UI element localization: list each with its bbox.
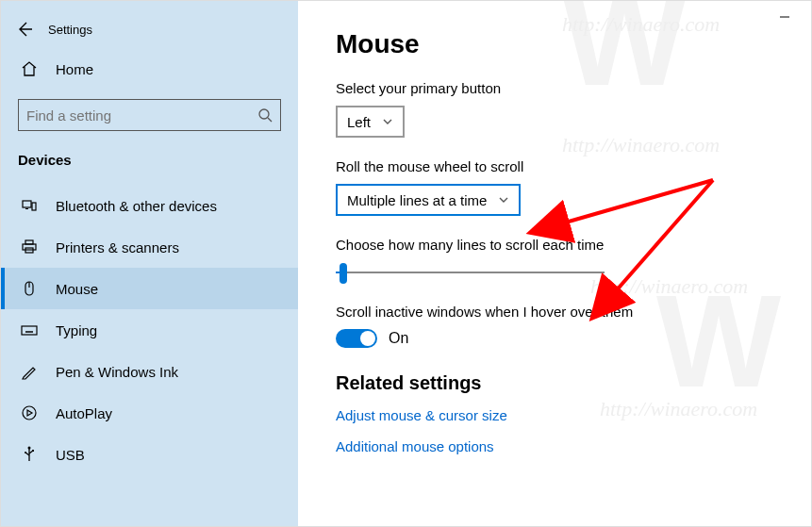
keyboard-icon [18,319,41,341]
svg-point-19 [28,447,31,450]
sidebar-item-label: AutoPlay [56,405,112,421]
usb-icon [18,443,41,466]
primary-button-dropdown[interactable]: Left [336,106,405,138]
roll-wheel-label: Roll the mouse wheel to scroll [336,158,811,174]
sidebar-item-label: Typing [56,322,97,338]
sidebar-item-pen[interactable]: Pen & Windows Ink [1,351,298,392]
pen-icon [18,360,41,383]
sidebar-item-label: Printers & scanners [56,239,179,255]
scroll-inactive-label: Scroll inactive windows when I hover ove… [336,304,811,320]
roll-wheel-value: Multiple lines at a time [347,192,487,208]
back-button[interactable] [10,15,39,43]
autoplay-icon [18,402,41,424]
link-adjust-cursor[interactable]: Adjust mouse & cursor size [336,407,811,423]
sidebar-home-label: Home [56,61,93,77]
sidebar-item-bluetooth[interactable]: Bluetooth & other devices [1,185,298,226]
toggle-knob [360,331,375,346]
sidebar-item-printers[interactable]: Printers & scanners [1,226,298,268]
svg-rect-4 [25,208,28,209]
sidebar-home[interactable]: Home [1,48,298,90]
svg-line-2 [268,118,272,122]
link-additional-options[interactable]: Additional mouse options [336,438,811,454]
svg-rect-5 [32,203,36,210]
related-heading: Related settings [336,372,811,394]
svg-rect-3 [23,201,31,207]
search-input-wrap[interactable] [18,99,281,131]
printer-icon [18,236,41,258]
sidebar-item-mouse[interactable]: Mouse [1,268,298,309]
svg-rect-7 [23,244,36,250]
mouse-icon [18,277,41,300]
devices-icon [18,194,41,217]
svg-point-1 [259,109,269,119]
svg-point-17 [23,406,36,420]
svg-point-20 [25,452,26,453]
sidebar-section-heading: Devices [1,148,298,185]
primary-button-label: Select your primary button [336,80,811,96]
sidebar-item-usb[interactable]: USB [1,434,298,475]
sidebar-item-autoplay[interactable]: AutoPlay [1,392,298,434]
slider-track [336,272,605,273]
search-input[interactable] [26,107,257,124]
content-pane: W W http://winaero.com http://winaero.co… [298,1,811,526]
svg-rect-6 [25,240,33,244]
sidebar-item-label: USB [56,447,85,463]
sidebar-item-label: Mouse [56,281,98,297]
scroll-lines-slider[interactable] [336,262,605,283]
roll-wheel-dropdown[interactable]: Multiple lines at a time [336,184,521,216]
scroll-inactive-value: On [389,330,408,347]
primary-button-value: Left [347,114,371,130]
sidebar-item-label: Pen & Windows Ink [56,364,178,380]
sidebar-item-typing[interactable]: Typing [1,309,298,351]
slider-thumb[interactable] [340,263,347,284]
scroll-inactive-toggle[interactable] [336,329,377,348]
chevron-down-icon [498,194,509,206]
window-title: Settings [48,23,92,37]
sidebar-item-label: Bluetooth & other devices [56,198,217,214]
svg-rect-21 [32,450,34,452]
search-icon [257,107,273,123]
sidebar: Settings Home Devices Bluetooth & other … [1,1,298,526]
home-icon [18,58,41,80]
svg-rect-11 [22,326,37,335]
page-title: Mouse [336,29,811,59]
chevron-down-icon [382,116,393,127]
scroll-lines-label: Choose how many lines to scroll each tim… [336,237,811,253]
